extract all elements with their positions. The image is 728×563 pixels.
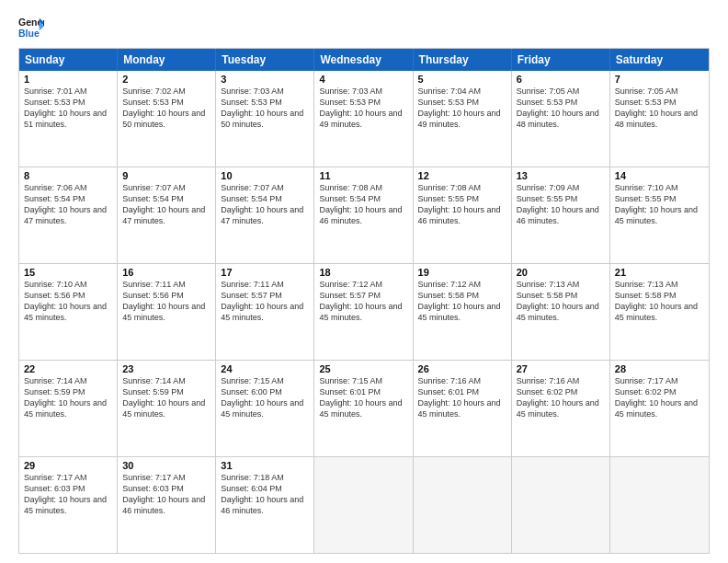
cell-info: Sunrise: 7:05 AM Sunset: 5:53 PM Dayligh… — [615, 86, 704, 131]
calendar-cell — [314, 457, 413, 553]
calendar-cell: 22Sunrise: 7:14 AM Sunset: 5:59 PM Dayli… — [19, 361, 118, 456]
day-number: 23 — [122, 363, 210, 374]
day-header-tuesday: Tuesday — [216, 49, 314, 71]
day-number: 3 — [221, 74, 309, 85]
day-number: 21 — [615, 267, 704, 278]
calendar-cell: 5Sunrise: 7:04 AM Sunset: 5:53 PM Daylig… — [414, 71, 512, 167]
day-header-thursday: Thursday — [414, 49, 512, 71]
cell-info: Sunrise: 7:03 AM Sunset: 5:53 PM Dayligh… — [221, 86, 309, 131]
calendar-week-4: 22Sunrise: 7:14 AM Sunset: 5:59 PM Dayli… — [19, 360, 709, 456]
calendar-cell: 15Sunrise: 7:10 AM Sunset: 5:56 PM Dayli… — [19, 264, 118, 360]
day-number: 14 — [615, 170, 704, 181]
cell-info: Sunrise: 7:15 AM Sunset: 6:00 PM Dayligh… — [221, 375, 309, 420]
day-number: 17 — [221, 267, 309, 278]
day-number: 9 — [122, 170, 210, 181]
cell-info: Sunrise: 7:17 AM Sunset: 6:02 PM Dayligh… — [615, 375, 704, 420]
calendar-cell: 14Sunrise: 7:10 AM Sunset: 5:55 PM Dayli… — [610, 167, 709, 263]
svg-text:Blue: Blue — [18, 28, 40, 39]
day-number: 22 — [24, 363, 112, 374]
day-number: 6 — [517, 74, 605, 85]
calendar-cell: 7Sunrise: 7:05 AM Sunset: 5:53 PM Daylig… — [610, 71, 709, 167]
calendar-cell — [512, 457, 610, 553]
calendar-cell: 30Sunrise: 7:17 AM Sunset: 6:03 PM Dayli… — [118, 457, 216, 553]
cell-info: Sunrise: 7:14 AM Sunset: 5:59 PM Dayligh… — [122, 375, 210, 420]
cell-info: Sunrise: 7:10 AM Sunset: 5:55 PM Dayligh… — [615, 182, 704, 227]
day-number: 15 — [24, 267, 112, 278]
calendar-cell — [610, 457, 709, 553]
day-header-sunday: Sunday — [19, 49, 118, 71]
calendar-cell: 24Sunrise: 7:15 AM Sunset: 6:00 PM Dayli… — [216, 361, 314, 456]
calendar-cell: 10Sunrise: 7:07 AM Sunset: 5:54 PM Dayli… — [216, 167, 314, 263]
day-header-friday: Friday — [512, 49, 610, 71]
calendar-cell: 4Sunrise: 7:03 AM Sunset: 5:53 PM Daylig… — [314, 71, 413, 167]
day-number: 20 — [517, 267, 605, 278]
cell-info: Sunrise: 7:07 AM Sunset: 5:54 PM Dayligh… — [221, 182, 309, 227]
calendar-cell: 6Sunrise: 7:05 AM Sunset: 5:53 PM Daylig… — [512, 71, 610, 167]
header: General Blue — [18, 15, 710, 40]
calendar-cell: 27Sunrise: 7:16 AM Sunset: 6:02 PM Dayli… — [512, 361, 610, 456]
calendar-cell: 29Sunrise: 7:17 AM Sunset: 6:03 PM Dayli… — [19, 457, 118, 553]
calendar-cell: 31Sunrise: 7:18 AM Sunset: 6:04 PM Dayli… — [216, 457, 314, 553]
cell-info: Sunrise: 7:17 AM Sunset: 6:03 PM Dayligh… — [122, 472, 210, 517]
calendar-cell: 2Sunrise: 7:02 AM Sunset: 5:53 PM Daylig… — [118, 71, 216, 167]
day-number: 11 — [319, 170, 407, 181]
logo: General Blue — [18, 15, 44, 40]
day-number: 1 — [24, 74, 112, 85]
calendar-cell: 1Sunrise: 7:01 AM Sunset: 5:53 PM Daylig… — [19, 71, 118, 167]
calendar-body: 1Sunrise: 7:01 AM Sunset: 5:53 PM Daylig… — [19, 71, 709, 553]
day-number: 31 — [221, 460, 309, 471]
day-number: 8 — [24, 170, 112, 181]
calendar-cell: 17Sunrise: 7:11 AM Sunset: 5:57 PM Dayli… — [216, 264, 314, 360]
cell-info: Sunrise: 7:15 AM Sunset: 6:01 PM Dayligh… — [319, 375, 407, 420]
day-number: 25 — [319, 363, 407, 374]
day-number: 27 — [517, 363, 605, 374]
cell-info: Sunrise: 7:12 AM Sunset: 5:58 PM Dayligh… — [418, 279, 506, 324]
cell-info: Sunrise: 7:10 AM Sunset: 5:56 PM Dayligh… — [24, 279, 112, 324]
calendar-header: SundayMondayTuesdayWednesdayThursdayFrid… — [19, 49, 709, 71]
day-number: 2 — [122, 74, 210, 85]
cell-info: Sunrise: 7:03 AM Sunset: 5:53 PM Dayligh… — [319, 86, 407, 131]
cell-info: Sunrise: 7:09 AM Sunset: 5:55 PM Dayligh… — [517, 182, 605, 227]
day-number: 19 — [418, 267, 506, 278]
cell-info: Sunrise: 7:11 AM Sunset: 5:57 PM Dayligh… — [221, 279, 309, 324]
day-number: 12 — [418, 170, 506, 181]
day-number: 10 — [221, 170, 309, 181]
calendar-cell — [414, 457, 512, 553]
cell-info: Sunrise: 7:02 AM Sunset: 5:53 PM Dayligh… — [122, 86, 210, 131]
day-number: 4 — [319, 74, 407, 85]
calendar-week-1: 1Sunrise: 7:01 AM Sunset: 5:53 PM Daylig… — [19, 71, 709, 167]
day-number: 18 — [319, 267, 407, 278]
cell-info: Sunrise: 7:13 AM Sunset: 5:58 PM Dayligh… — [517, 279, 605, 324]
calendar: SundayMondayTuesdayWednesdayThursdayFrid… — [18, 48, 710, 554]
cell-info: Sunrise: 7:11 AM Sunset: 5:56 PM Dayligh… — [122, 279, 210, 324]
cell-info: Sunrise: 7:08 AM Sunset: 5:54 PM Dayligh… — [319, 182, 407, 227]
calendar-cell: 9Sunrise: 7:07 AM Sunset: 5:54 PM Daylig… — [118, 167, 216, 263]
page: General Blue SundayMondayTuesdayWednesda… — [0, 0, 728, 563]
calendar-cell: 21Sunrise: 7:13 AM Sunset: 5:58 PM Dayli… — [610, 264, 709, 360]
cell-info: Sunrise: 7:01 AM Sunset: 5:53 PM Dayligh… — [24, 86, 112, 131]
calendar-cell: 11Sunrise: 7:08 AM Sunset: 5:54 PM Dayli… — [314, 167, 413, 263]
calendar-cell: 23Sunrise: 7:14 AM Sunset: 5:59 PM Dayli… — [118, 361, 216, 456]
cell-info: Sunrise: 7:14 AM Sunset: 5:59 PM Dayligh… — [24, 375, 112, 420]
day-number: 24 — [221, 363, 309, 374]
calendar-week-5: 29Sunrise: 7:17 AM Sunset: 6:03 PM Dayli… — [19, 456, 709, 553]
day-number: 28 — [615, 363, 704, 374]
cell-info: Sunrise: 7:05 AM Sunset: 5:53 PM Dayligh… — [517, 86, 605, 131]
calendar-cell: 13Sunrise: 7:09 AM Sunset: 5:55 PM Dayli… — [512, 167, 610, 263]
day-header-saturday: Saturday — [610, 49, 709, 71]
cell-info: Sunrise: 7:07 AM Sunset: 5:54 PM Dayligh… — [122, 182, 210, 227]
cell-info: Sunrise: 7:16 AM Sunset: 6:01 PM Dayligh… — [418, 375, 506, 420]
calendar-week-2: 8Sunrise: 7:06 AM Sunset: 5:54 PM Daylig… — [19, 167, 709, 263]
calendar-cell: 28Sunrise: 7:17 AM Sunset: 6:02 PM Dayli… — [610, 361, 709, 456]
day-header-monday: Monday — [118, 49, 216, 71]
calendar-cell: 8Sunrise: 7:06 AM Sunset: 5:54 PM Daylig… — [19, 167, 118, 263]
day-number: 29 — [24, 460, 112, 471]
cell-info: Sunrise: 7:06 AM Sunset: 5:54 PM Dayligh… — [24, 182, 112, 227]
cell-info: Sunrise: 7:18 AM Sunset: 6:04 PM Dayligh… — [221, 472, 309, 517]
calendar-cell: 16Sunrise: 7:11 AM Sunset: 5:56 PM Dayli… — [118, 264, 216, 360]
day-number: 16 — [122, 267, 210, 278]
day-number: 26 — [418, 363, 506, 374]
day-number: 30 — [122, 460, 210, 471]
day-number: 5 — [418, 74, 506, 85]
logo-icon: General Blue — [18, 15, 44, 40]
